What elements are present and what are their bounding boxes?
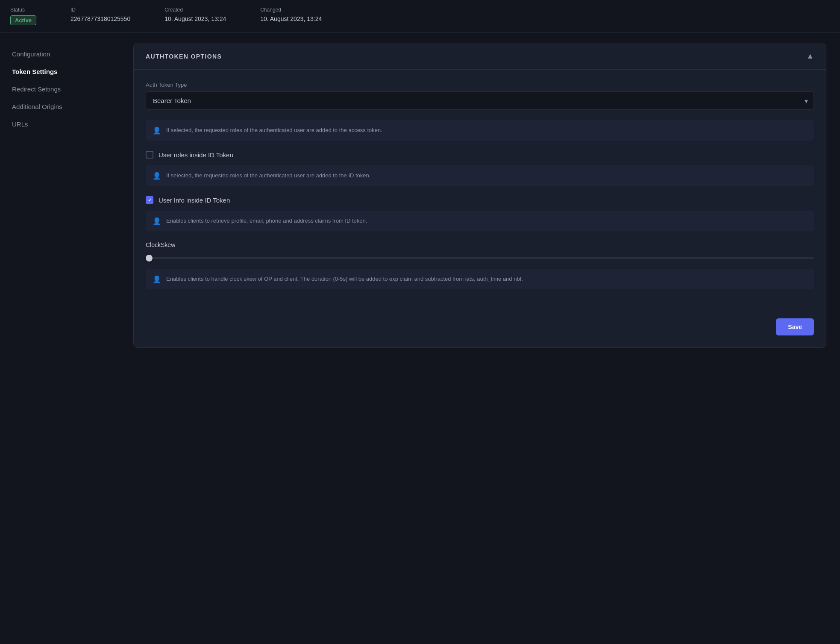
user-roles-checkbox-row: User roles inside ID Token — [146, 151, 814, 159]
auth-token-type-select-wrapper: Bearer Token JWT ▾ — [146, 91, 814, 110]
created-label: Created — [164, 7, 226, 13]
sidebar-item-redirect-settings[interactable]: Redirect Settings — [7, 81, 113, 97]
sidebar-item-token-settings[interactable]: Token Settings — [7, 64, 113, 79]
info-icon-roles: 👤 — [153, 172, 161, 180]
page-layout: Configuration Token Settings Redirect Se… — [0, 32, 840, 642]
save-button[interactable]: Save — [776, 318, 814, 335]
clock-skew-slider-wrapper — [146, 253, 814, 260]
auth-token-type-group: Auth Token Type Bearer Token JWT ▾ — [146, 82, 814, 110]
created-field: Created 10. August 2023, 13:24 — [164, 7, 226, 22]
user-info-info-text: Enables clients to retrieve profile, ema… — [166, 217, 367, 225]
main-content: AUTHTOKEN OPTIONS ▲ Auth Token Type Bear… — [120, 32, 840, 642]
sidebar-item-configuration[interactable]: Configuration — [7, 46, 113, 62]
id-field: ID 226778773180125550 — [70, 7, 130, 22]
panel-collapse-button[interactable]: ▲ — [806, 52, 814, 61]
changed-field: Changed 10. August 2023, 13:24 — [260, 7, 322, 22]
status-label: Status — [10, 7, 36, 13]
clock-skew-slider[interactable] — [146, 257, 814, 259]
clock-skew-info-text: Enables clients to handle clock skew of … — [166, 275, 523, 283]
info-icon-user-info: 👤 — [153, 217, 161, 225]
panel-body: Auth Token Type Bearer Token JWT ▾ 👤 If … — [134, 70, 826, 312]
bearer-token-info-text: If selected, the requested roles of the … — [166, 126, 382, 135]
panel-title: AUTHTOKEN OPTIONS — [146, 53, 222, 60]
user-info-label: User Info inside ID Token — [159, 197, 230, 204]
clock-skew-info-box: 👤 Enables clients to handle clock skew o… — [146, 269, 814, 289]
bearer-token-info-box: 👤 If selected, the requested roles of th… — [146, 120, 814, 141]
user-roles-label: User roles inside ID Token — [159, 151, 233, 159]
info-icon: 👤 — [153, 126, 161, 135]
chevron-up-icon: ▲ — [806, 52, 814, 61]
user-roles-section: User roles inside ID Token 👤 If selected… — [146, 151, 814, 186]
user-roles-checkbox[interactable] — [146, 151, 153, 159]
user-roles-info-box: 👤 If selected, the requested roles of th… — [146, 165, 814, 186]
id-label: ID — [70, 7, 130, 13]
auth-token-type-select[interactable]: Bearer Token JWT — [146, 91, 814, 110]
info-icon-clock: 👤 — [153, 275, 161, 283]
panel-footer: Save — [134, 312, 826, 347]
sidebar-item-urls[interactable]: URLs — [7, 116, 113, 132]
header-bar: Status Active ID 226778773180125550 Crea… — [0, 0, 840, 32]
user-info-section: User Info inside ID Token 👤 Enables clie… — [146, 196, 814, 231]
changed-label: Changed — [260, 7, 322, 13]
auth-token-type-label: Auth Token Type — [146, 82, 814, 88]
sidebar-item-additional-origins[interactable]: Additional Origins — [7, 99, 113, 115]
user-info-checkbox-row: User Info inside ID Token — [146, 196, 814, 204]
status-field: Status Active — [10, 7, 36, 25]
panel-header: AUTHTOKEN OPTIONS ▲ — [134, 43, 826, 70]
user-roles-info-text: If selected, the requested roles of the … — [166, 171, 370, 180]
authtoken-options-panel: AUTHTOKEN OPTIONS ▲ Auth Token Type Bear… — [133, 43, 826, 348]
id-value: 226778773180125550 — [70, 15, 130, 22]
status-badge: Active — [10, 15, 36, 25]
changed-value: 10. August 2023, 13:24 — [260, 15, 322, 22]
user-info-checkbox[interactable] — [146, 196, 153, 204]
created-value: 10. August 2023, 13:24 — [164, 15, 226, 22]
sidebar: Configuration Token Settings Redirect Se… — [0, 32, 120, 642]
user-info-info-box: 👤 Enables clients to retrieve profile, e… — [146, 211, 814, 231]
clock-skew-group: ClockSkew 👤 Enables clients to handle cl… — [146, 241, 814, 289]
clock-skew-label: ClockSkew — [146, 241, 814, 248]
